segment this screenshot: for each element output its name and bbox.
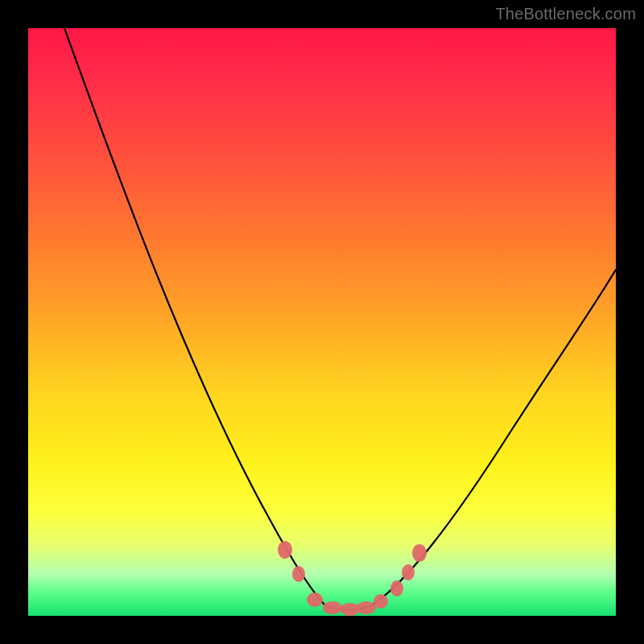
marker-point	[412, 544, 427, 562]
marker-point	[374, 594, 388, 609]
watermark-text: TheBottleneck.com	[495, 5, 636, 23]
marker-point	[390, 580, 403, 597]
marker-point	[307, 592, 323, 607]
curve-right-branch	[370, 270, 616, 606]
curve-layer	[28, 28, 616, 616]
marker-point	[278, 541, 292, 559]
plot-area	[28, 28, 616, 616]
marker-group	[278, 541, 427, 616]
marker-point	[402, 564, 415, 580]
curve-left-branch	[64, 28, 326, 606]
marker-point	[357, 601, 376, 614]
marker-point	[292, 566, 305, 582]
marker-point	[323, 601, 342, 614]
chart-frame: TheBottleneck.com	[0, 0, 644, 644]
